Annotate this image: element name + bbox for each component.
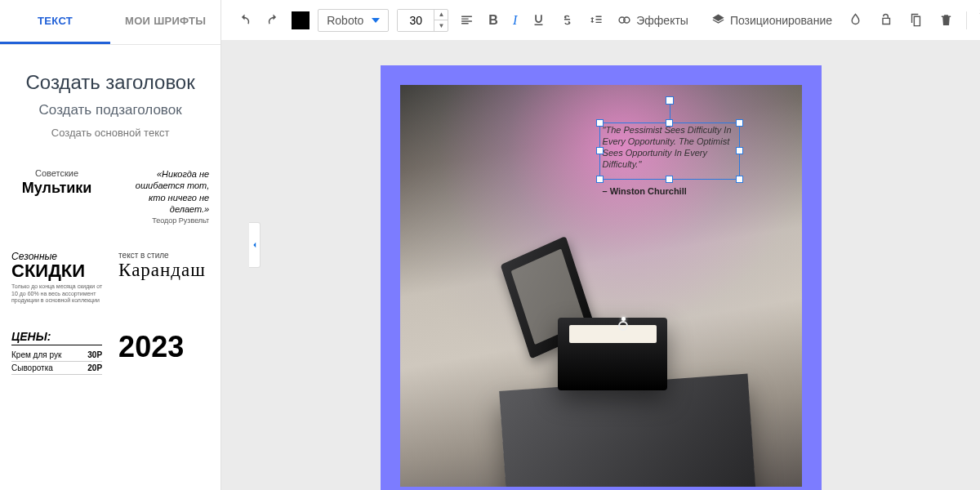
line-spacing-icon: [589, 13, 603, 27]
align-button[interactable]: [457, 10, 477, 30]
italic-button[interactable]: I: [510, 10, 520, 31]
text-color-swatch[interactable]: [292, 11, 310, 29]
delete-button[interactable]: [936, 10, 956, 30]
size-down-button[interactable]: ▼: [434, 20, 448, 31]
positioning-label: Позиционирование: [730, 14, 832, 27]
photo-pedestal: [499, 374, 760, 487]
create-subheading[interactable]: Создать подзаголовок: [13, 102, 207, 118]
layers-icon: [711, 13, 725, 27]
template-text: текст в стиле: [118, 251, 209, 260]
template-pencil[interactable]: текст в стиле Карандаш: [114, 244, 214, 310]
text-template-gallery[interactable]: Советские Мультики «Никогда не ошибается…: [0, 155, 220, 490]
positioning-button[interactable]: Позиционирование: [708, 10, 835, 30]
photo-ring-box: [545, 270, 681, 390]
size-spinner: ▲ ▼: [434, 10, 448, 31]
font-family-select[interactable]: Roboto: [318, 9, 389, 32]
template-soviet[interactable]: Советские Мультики: [7, 162, 107, 231]
font-size-input[interactable]: ▲ ▼: [397, 9, 448, 32]
trash-icon: [939, 13, 953, 27]
template-text: Советские: [11, 168, 102, 178]
resize-handle-bm[interactable]: [666, 176, 673, 183]
collapse-sidebar-button[interactable]: [249, 222, 261, 268]
underline-button[interactable]: [528, 10, 549, 30]
effects-icon: [617, 13, 631, 27]
duplicate-button[interactable]: [906, 10, 926, 30]
rotation-handle[interactable]: [666, 96, 674, 105]
effects-label: Эффекты: [636, 14, 688, 27]
text-style-presets: Создать заголовок Создать подзаголовок С…: [0, 45, 220, 155]
strikethrough-icon: [560, 13, 574, 27]
undo-icon: [238, 13, 252, 27]
size-up-button[interactable]: ▲: [434, 10, 448, 20]
toolbar: Roboto ▲ ▼ B I Эффекты Позиционирование: [221, 0, 980, 41]
strikethrough-button[interactable]: [557, 10, 577, 30]
template-text: 2023: [118, 330, 209, 364]
price-value: 30Р: [87, 350, 102, 359]
selection-box[interactable]: [599, 122, 740, 180]
template-season-sale[interactable]: Сезонные СКИДКИ Только до конца месяца с…: [7, 244, 107, 310]
resize-handle-tr[interactable]: [736, 119, 743, 127]
template-text: Только до конца месяца скидки от 10 до 6…: [11, 283, 102, 304]
resize-handle-bl[interactable]: [596, 176, 604, 183]
create-body-text[interactable]: Создать основной текст: [13, 127, 207, 139]
bold-button[interactable]: B: [485, 10, 501, 31]
sidebar: ТЕКСТ МОИ ШРИФТЫ Создать заголовок Созда…: [0, 0, 221, 490]
resize-handle-ml[interactable]: [596, 147, 604, 154]
redo-button[interactable]: [263, 10, 283, 30]
template-year[interactable]: 2023: [114, 323, 214, 389]
canvas-attribution-text[interactable]: – Winston Churchill: [603, 186, 687, 196]
bold-icon: B: [488, 13, 498, 27]
template-text: «Никогда не ошибается тот, кто ничего не…: [118, 168, 209, 215]
template-text: ЦЕНЫ:: [11, 330, 102, 345]
opacity-button[interactable]: [845, 10, 866, 30]
canvas-image[interactable]: "The Pessimist Sees Difficulty In Every …: [400, 85, 802, 487]
sidebar-tabs: ТЕКСТ МОИ ШРИФТЫ: [0, 0, 220, 45]
undo-button[interactable]: [234, 10, 255, 30]
main-area: Roboto ▲ ▼ B I Эффекты Позиционирование: [221, 0, 980, 490]
droplet-icon: [849, 13, 862, 27]
resize-handle-mr[interactable]: [736, 147, 743, 154]
price-name: Крем для рук: [11, 350, 61, 359]
line-spacing-button[interactable]: [586, 10, 606, 30]
toolbar-right: Позиционирование: [708, 10, 967, 30]
caret-down-icon: [372, 18, 380, 23]
price-name: Сыворотка: [11, 363, 53, 372]
chevron-left-icon: [252, 242, 258, 248]
lock-button[interactable]: [875, 10, 896, 30]
redo-icon: [266, 13, 280, 27]
template-text: Теодор Рузвельт: [118, 216, 209, 225]
align-left-icon: [460, 13, 474, 27]
separator: [966, 11, 967, 29]
tab-text[interactable]: ТЕКСТ: [0, 0, 110, 44]
price-value: 20Р: [87, 363, 102, 372]
list-item: Крем для рук 30Р: [11, 349, 102, 362]
template-text: Мультики: [11, 180, 102, 197]
template-text: Карандаш: [118, 260, 209, 281]
list-item: Сыворотка 20Р: [11, 362, 102, 375]
artboard[interactable]: "The Pessimist Sees Difficulty In Every …: [381, 65, 822, 490]
resize-handle-br[interactable]: [736, 176, 743, 183]
copy-icon: [909, 13, 923, 27]
resize-handle-tm[interactable]: [666, 119, 673, 127]
effects-button[interactable]: Эффекты: [614, 10, 692, 30]
template-prices[interactable]: ЦЕНЫ: Крем для рук 30Р Сыворотка 20Р: [7, 323, 107, 389]
resize-handle-tl[interactable]: [596, 119, 604, 127]
unlock-icon: [879, 13, 893, 27]
font-size-field[interactable]: [398, 10, 434, 31]
underline-icon: [532, 13, 546, 27]
template-text: СКИДКИ: [11, 262, 102, 280]
font-family-value: Roboto: [327, 14, 363, 27]
create-heading[interactable]: Создать заголовок: [13, 71, 207, 94]
canvas-viewport[interactable]: "The Pessimist Sees Difficulty In Every …: [221, 41, 980, 490]
template-quote[interactable]: «Никогда не ошибается тот, кто ничего не…: [114, 162, 214, 231]
tab-myfonts[interactable]: МОИ ШРИФТЫ: [110, 0, 220, 44]
italic-icon: I: [513, 13, 517, 27]
